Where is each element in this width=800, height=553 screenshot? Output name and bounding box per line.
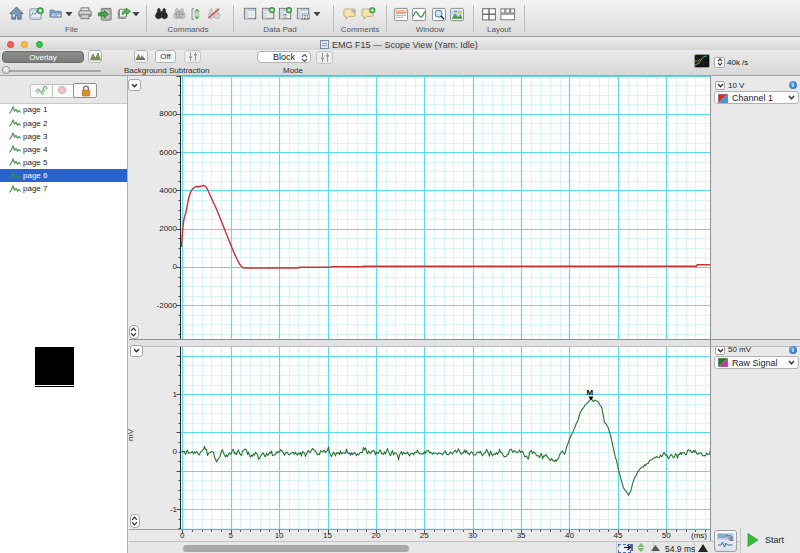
svg-text:?: ? (283, 12, 287, 19)
svg-text:21: 21 (303, 15, 309, 20)
